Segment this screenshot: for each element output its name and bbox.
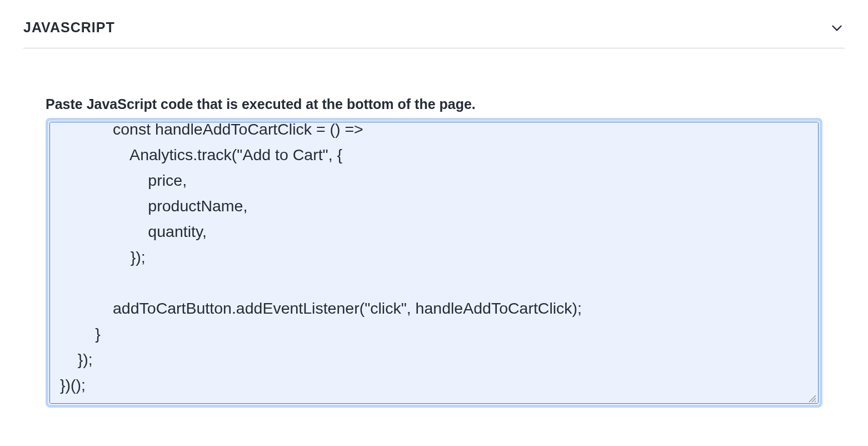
javascript-section: JAVASCRIPT Paste JavaScript code that is… — [0, 0, 868, 408]
section-description: Paste JavaScript code that is executed a… — [46, 96, 822, 112]
section-title: JAVASCRIPT — [23, 19, 115, 36]
chevron-down-icon — [829, 20, 845, 36]
javascript-code-input[interactable] — [50, 122, 818, 403]
section-header[interactable]: JAVASCRIPT — [23, 19, 845, 48]
code-input-inner — [49, 122, 819, 404]
code-input-wrap — [46, 118, 822, 408]
section-content: Paste JavaScript code that is executed a… — [23, 48, 845, 408]
